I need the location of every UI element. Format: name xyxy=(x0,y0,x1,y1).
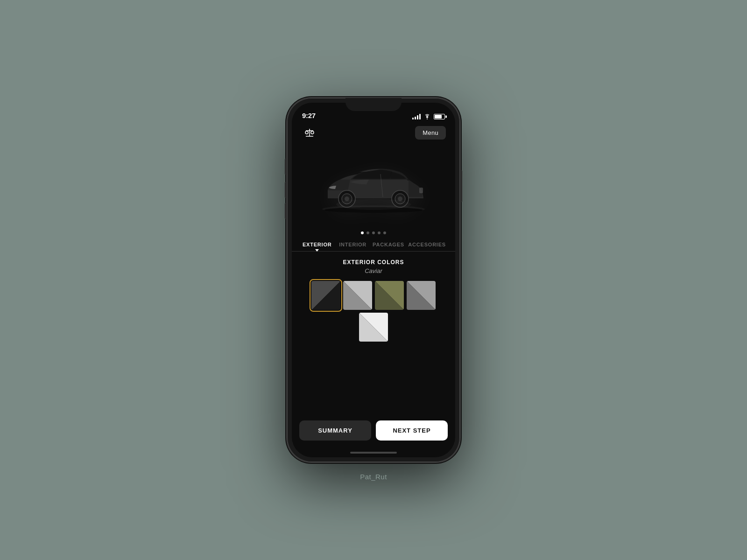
car-svg xyxy=(308,154,439,219)
dot-2[interactable] xyxy=(366,231,369,234)
svg-rect-14 xyxy=(419,188,423,193)
car-display xyxy=(292,145,455,229)
dot-4[interactable] xyxy=(378,231,381,234)
tab-accessories[interactable]: ACCESORIES xyxy=(406,238,448,251)
color-grid xyxy=(311,281,436,310)
summary-button[interactable]: SUMMARY xyxy=(299,420,371,441)
pagination-dots xyxy=(292,229,455,238)
battery-icon xyxy=(434,114,445,119)
tab-interior[interactable]: INTERIOR xyxy=(335,238,370,251)
wifi-icon xyxy=(423,114,431,119)
swatch-gray[interactable] xyxy=(407,281,436,310)
swatch-white[interactable] xyxy=(359,313,388,342)
dot-3[interactable] xyxy=(372,231,375,234)
dot-5[interactable] xyxy=(383,231,386,234)
content-area: EXTERIOR COLORS Caviar xyxy=(292,252,455,415)
home-bar xyxy=(350,452,397,454)
section-title: EXTERIOR COLORS xyxy=(343,259,404,266)
brand-logo xyxy=(301,124,318,141)
bottom-actions: SUMMARY NEXT STEP xyxy=(292,415,455,448)
swatch-silver[interactable] xyxy=(343,281,372,310)
watermark: Pat_Rut xyxy=(360,473,387,481)
tab-exterior[interactable]: EXTERIOR xyxy=(299,238,335,251)
app-header: Menu xyxy=(292,122,455,145)
swatch-caviar[interactable] xyxy=(311,281,340,310)
menu-button[interactable]: Menu xyxy=(415,126,446,140)
phone-notch xyxy=(345,98,402,111)
svg-point-2 xyxy=(305,131,308,134)
svg-point-3 xyxy=(311,131,314,134)
signal-icon xyxy=(412,114,421,119)
swatch-olive[interactable] xyxy=(375,281,404,310)
status-icons xyxy=(412,114,445,119)
color-grid-row2 xyxy=(359,313,388,342)
home-indicator xyxy=(292,448,455,457)
phone-screen: 9:27 xyxy=(292,103,455,457)
car-image xyxy=(292,145,455,229)
phone-frame: 9:27 xyxy=(287,98,460,462)
status-time: 9:27 xyxy=(302,112,316,119)
tabs-nav: EXTERIOR INTERIOR PACKAGES ACCESORIES xyxy=(292,238,455,252)
selected-color-name: Caviar xyxy=(365,267,382,274)
svg-point-15 xyxy=(336,199,411,210)
next-step-button[interactable]: NEXT STEP xyxy=(376,420,448,441)
dot-1[interactable] xyxy=(361,231,364,234)
tab-packages[interactable]: PACKAGES xyxy=(371,238,406,251)
